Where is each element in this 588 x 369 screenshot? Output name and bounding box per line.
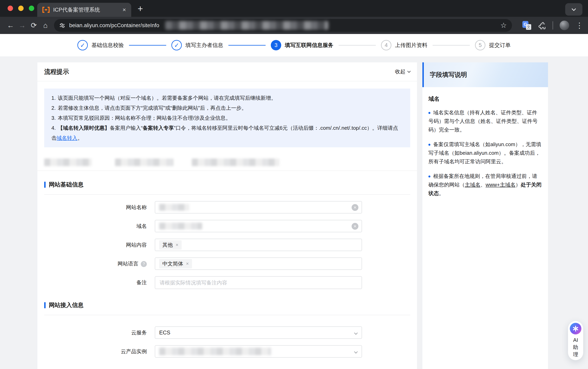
- step-4-number: 4: [381, 40, 391, 50]
- address-bar[interactable]: beian.aliyun.com/pcContainer/siteInfo ☆: [54, 19, 512, 32]
- site-language-select[interactable]: 中文简体 ×: [155, 257, 362, 270]
- process-tips-title: 流程提示: [44, 68, 69, 76]
- remove-tag-icon[interactable]: ×: [186, 261, 189, 266]
- site-name-input[interactable]: ×: [155, 201, 362, 214]
- step-5: 5 提交订单: [475, 40, 511, 50]
- section-divider: [44, 194, 410, 195]
- back-button[interactable]: ←: [5, 21, 16, 30]
- redacted-value: [159, 348, 271, 355]
- site-language-label: 网站语言: [118, 260, 138, 267]
- cloud-instance-label: 云产品实例: [44, 345, 147, 355]
- main-form-panel: 流程提示 收起 1.该页面只能填写一个网站（对应一个域名）。若需要备案多个网站，…: [37, 62, 417, 369]
- language-tag-chip[interactable]: 中文简体 ×: [159, 259, 192, 268]
- cloud-service-select[interactable]: ECS: [155, 327, 362, 339]
- chevron-down-icon: [407, 69, 411, 73]
- tab-title: ICP代备案管理系统: [53, 6, 100, 13]
- remark-input-box[interactable]: [155, 276, 362, 289]
- ai-assistant-button[interactable]: AI 助 理: [568, 321, 583, 360]
- collapse-button[interactable]: 收起: [395, 68, 410, 75]
- cloud-service-row: 云服务 ECS: [44, 327, 410, 339]
- url-redacted-segment: [165, 21, 328, 30]
- process-tips-box: 1.该页面只能填写一个网站（对应一个域名）。若需要备案多个网站，请在完成填写后继…: [44, 89, 410, 147]
- redacted-value: [159, 223, 202, 229]
- step-1-check-icon: ✓: [77, 40, 88, 50]
- step-3-active: 3 填写互联网信息服务: [271, 40, 333, 50]
- redacted-value: [159, 204, 189, 211]
- extensions-icon[interactable]: [538, 21, 546, 30]
- site-content-select[interactable]: 其他 ×: [155, 239, 362, 251]
- remark-label: 备注: [44, 276, 147, 286]
- bullet-marker-icon: [428, 112, 430, 114]
- site-content-row: 网站内容 其他 ×: [44, 239, 410, 251]
- bullet-marker-icon: [428, 144, 430, 146]
- redacted-info-row: [37, 159, 417, 171]
- domain-transfer-link[interactable]: 域名转入: [57, 135, 77, 141]
- field-help-sidebar: 字段填写说明 域名 域名实名信息（持有人姓名、证件类型、证件号码）需与个人信息（…: [422, 62, 548, 369]
- content-tag-chip[interactable]: 其他 ×: [159, 240, 182, 250]
- profile-avatar[interactable]: [560, 20, 569, 30]
- tab-overview-button[interactable]: [565, 3, 582, 16]
- minimize-window-button[interactable]: [18, 6, 24, 11]
- chevron-down-icon: [354, 331, 357, 335]
- main-domain-link[interactable]: 主域名: [465, 182, 480, 188]
- cloud-instance-select[interactable]: [155, 345, 362, 358]
- window-controls[interactable]: [8, 6, 34, 11]
- redacted-field: [44, 159, 92, 166]
- tip-4: 4.【域名转入限时优惠】备案用户输入“备案转入专享”口令，将域名转移至阿里云时每…: [51, 123, 403, 143]
- site-content-label: 网站内容: [44, 239, 147, 248]
- step-connector: [129, 45, 166, 46]
- step-connector: [433, 45, 470, 46]
- remark-input[interactable]: [159, 279, 357, 286]
- translate-icon[interactable]: G 文: [522, 21, 531, 30]
- domain-row: 域名 ×: [44, 220, 410, 232]
- step-connector: [339, 45, 376, 46]
- tab-strip: ICP代备案管理系统 × +: [0, 0, 588, 17]
- toolbar-divider: [552, 21, 553, 30]
- browser-menu-icon[interactable]: ⋮: [576, 21, 583, 30]
- www-domain-link[interactable]: www+主域名: [486, 182, 516, 188]
- step-4: 4 上传图片资料: [381, 40, 427, 50]
- help-icon[interactable]: ?: [141, 261, 147, 267]
- step-5-number: 5: [475, 40, 485, 50]
- domain-label: 域名: [44, 220, 147, 230]
- section-accent-bar: [44, 302, 46, 308]
- redacted-field: [115, 159, 173, 166]
- chevron-down-icon: [354, 350, 357, 353]
- section-divider: [44, 315, 410, 315]
- site-language-row: 网站语言 ? 中文简体 ×: [44, 257, 410, 270]
- tip-2: 2.若需修改主体信息，请点击页面下方“完成填写”或“删除此网站”后，再点击上一步…: [51, 103, 403, 113]
- redacted-field: [192, 159, 279, 166]
- site-access-section-header: 网站接入信息: [44, 296, 410, 315]
- home-button[interactable]: ⌂: [40, 21, 51, 30]
- remark-row: 备注: [44, 276, 410, 289]
- maximize-window-button[interactable]: [29, 6, 34, 11]
- forward-button[interactable]: →: [16, 21, 28, 30]
- reload-button[interactable]: ⟳: [28, 21, 40, 30]
- chevron-down-icon: [572, 7, 576, 11]
- browser-tab[interactable]: ICP代备案管理系统 ×: [37, 3, 131, 17]
- close-window-button[interactable]: [8, 6, 13, 11]
- bookmark-star-icon[interactable]: ☆: [500, 21, 507, 30]
- site-basic-section-header: 网站基础信息: [44, 175, 410, 194]
- clear-icon[interactable]: ×: [352, 223, 358, 230]
- step-2: ✓ 填写主办者信息: [171, 40, 223, 50]
- remove-tag-icon[interactable]: ×: [176, 242, 178, 248]
- sidebar-bullet-3: 根据备案所在地规则，在管局审核通过前，请确保您的网站（主域名、www+主域名）处…: [428, 172, 542, 198]
- sidebar-title: 字段填写说明: [422, 62, 548, 87]
- sidebar-section-domain: 域名: [428, 95, 542, 103]
- step-indicator: ✓ 基础信息校验 ✓ 填写主办者信息 3 填写互联网信息服务 4 上传图片资料 …: [0, 34, 588, 56]
- step-3-number: 3: [271, 40, 281, 50]
- tip-3: 3.本填写页常见驳回原因：网站名称不合理；网站备注不合理/涉及企业信息。: [51, 113, 403, 123]
- ai-assistant-icon: [570, 323, 581, 334]
- domain-input[interactable]: ×: [155, 220, 362, 232]
- section-accent-bar: [44, 182, 46, 188]
- url-text[interactable]: beian.aliyun.com/pcContainer/siteInfo: [69, 22, 159, 29]
- tab-close-icon[interactable]: ×: [122, 6, 126, 13]
- new-tab-button[interactable]: +: [138, 3, 143, 14]
- bullet-marker-icon: [428, 175, 430, 177]
- clear-icon[interactable]: ×: [352, 204, 358, 211]
- site-settings-icon[interactable]: [59, 22, 65, 28]
- cloud-service-value: ECS: [159, 330, 170, 336]
- sidebar-bullet-2: 备案仅需填写主域名（如aliyun.com），无需填写子域名（如beian.al…: [428, 140, 542, 166]
- site-favicon-icon: [42, 7, 50, 13]
